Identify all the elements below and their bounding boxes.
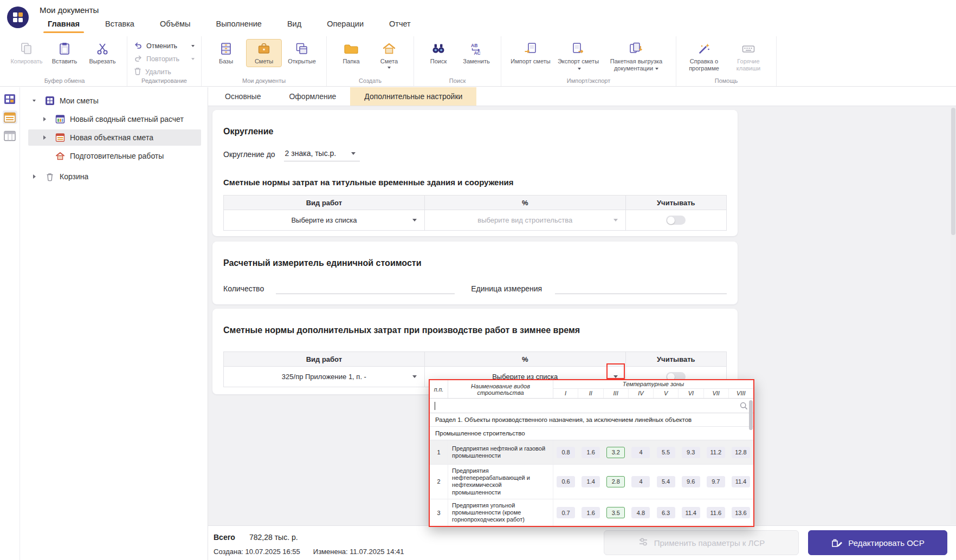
zone-cell[interactable]: 5.5 [654,440,679,464]
zone-cell[interactable]: 4 [628,440,653,464]
chevron-right-icon[interactable] [38,117,50,121]
zone-cell[interactable]: 4 [628,465,653,499]
cut-button[interactable]: Вырезать [85,39,120,67]
delete-button[interactable]: Удалить [134,67,195,77]
chevron-down-icon[interactable] [578,68,581,70]
zone-header-iii[interactable]: III [604,389,629,398]
zone-cell[interactable]: 11.2 [703,440,728,464]
replace-button[interactable]: АВАС Заменить [458,39,494,67]
menu-tab-otchet[interactable]: Отчет [389,19,411,33]
work-type-dropdown[interactable]: Выберите из списка [224,210,425,230]
zone-cell[interactable]: 4.8 [628,499,653,526]
popup-row[interactable]: 4Предприятия торфяной [430,526,753,527]
hotkeys-button[interactable]: Горячие клавиши [727,39,770,74]
popup-row[interactable]: 3Предприятия угольной промышленности (кр… [430,499,753,527]
menu-tab-operacii[interactable]: Операции [327,19,364,33]
chevron-right-icon[interactable] [38,135,50,140]
bases-button[interactable]: Базы [208,39,244,67]
zone-cell[interactable] [603,526,628,527]
zone-header-i[interactable]: I [553,389,578,398]
app-logo-icon[interactable] [7,6,29,29]
copy-button[interactable]: Копировать [9,39,44,67]
chevron-down-icon[interactable] [655,68,658,70]
zone-cell[interactable] [628,526,653,527]
chevron-down-icon[interactable] [28,100,40,102]
tree-item-object-estimate[interactable]: Новая объектная смета [28,129,201,146]
zone-header-viii[interactable]: VIII [729,389,753,398]
zone-cell[interactable]: 3.5 [603,499,628,526]
zone-cell[interactable]: 1.4 [578,465,603,499]
zone-cell[interactable] [578,526,603,527]
zone-cell[interactable]: 6.3 [654,499,679,526]
paste-button[interactable]: Вставить [47,39,82,67]
import-estimate-button[interactable]: Импорт сметы [508,39,553,67]
menu-tab-vypolnenie[interactable]: Выполнение [216,19,262,33]
tree-item-my-estimates[interactable]: Мои сметы [28,93,201,109]
popup-row[interactable]: 1Предприятия нефтяной и газовой промышле… [430,440,753,465]
zone-cell[interactable]: 0.8 [553,440,578,464]
zone-header-iv[interactable]: IV [629,389,654,398]
table-view-icon[interactable] [3,129,17,142]
search-icon[interactable] [739,401,748,411]
export-estimate-button[interactable]: Экспорт сметы [555,39,601,74]
zone-cell[interactable]: 2.8 [603,465,628,499]
zone-cell[interactable]: 1.6 [578,499,603,526]
zone-header-ii[interactable]: II [578,389,603,398]
undo-button[interactable]: Отменить [134,41,195,50]
redo-button[interactable]: Повторить [134,54,195,63]
rounding-dropdown[interactable]: 2 знака, тыс.р. [284,147,360,161]
create-folder-button[interactable]: Папка [333,39,369,67]
scrollbar-thumb[interactable] [951,108,955,235]
zone-header-vii[interactable]: VII [704,389,729,398]
zone-cell[interactable]: 11.6 [703,499,728,526]
tree-item-summary-estimate[interactable]: Новый сводный сметный расчет [28,111,201,127]
zone-cell[interactable] [654,526,679,527]
menu-tab-obyomy[interactable]: Объёмы [160,19,191,33]
estimate-view-icon[interactable] [3,110,17,124]
search-button[interactable]: Поиск [421,39,456,67]
tab-osnovnye[interactable]: Основные [211,87,275,106]
apply-parameters-button[interactable]: Применить параметры к ЛСР [604,530,799,555]
zone-cell[interactable]: 3.2 [603,440,628,464]
zone-header-v[interactable]: V [654,389,679,398]
zone-cell[interactable]: 12.8 [728,440,753,464]
zone-cell[interactable] [679,526,703,527]
zone-cell[interactable]: 11.4 [679,499,703,526]
open-documents-button[interactable]: Открытые [284,39,320,67]
zone-cell[interactable]: 0.6 [553,465,578,499]
content-scrollbar[interactable] [951,107,956,524]
zone-cell[interactable]: 13.6 [728,499,753,526]
menu-tab-vstavka[interactable]: Вставка [105,19,134,33]
chevron-down-icon[interactable] [387,67,391,69]
winter-work-type-dropdown[interactable]: 325/пр Приложение 1, п. - [224,367,425,387]
zone-cell[interactable]: 9.7 [703,465,728,499]
zone-cell[interactable]: 11.4 [728,465,753,499]
estimates-button[interactable]: Сметы [246,39,282,67]
quantity-input[interactable] [276,283,455,294]
zone-cell[interactable]: 9.6 [679,465,703,499]
popup-row[interactable]: 2Предприятия нефтеперерабатывающей и неф… [430,465,753,499]
tree-item-preparatory-works[interactable]: Подготовительные работы [28,148,201,164]
create-estimate-button[interactable]: Смета [371,39,407,71]
docs-view-icon[interactable] [3,92,17,106]
tree-item-recycle-bin[interactable]: Корзина [28,168,201,185]
chevron-down-icon[interactable] [191,45,195,47]
construction-type-dropdown[interactable]: выберите вид строительства [425,210,626,230]
edit-osr-button[interactable]: Редактировать ОСР [808,530,947,555]
tab-oformlenie[interactable]: Оформление [275,87,350,106]
zone-cell[interactable] [703,526,728,527]
batch-export-button[interactable]: Пакетная выгрузка документации [603,39,669,74]
zone-cell[interactable] [553,526,578,527]
popup-scrollbar-thumb[interactable] [749,400,753,430]
zone-cell[interactable]: 0.7 [553,499,578,526]
chevron-right-icon[interactable] [28,174,40,179]
zone-header-vi[interactable]: VI [679,389,703,398]
zone-cell[interactable] [728,526,753,527]
popup-search-input[interactable] [430,399,753,413]
zone-cell[interactable]: 9.3 [679,440,703,464]
menu-tab-vid[interactable]: Вид [287,19,301,33]
tab-additional-settings[interactable]: Дополнительные настройки [350,87,476,106]
consider-toggle[interactable] [666,216,686,225]
zone-cell[interactable]: 1.6 [578,440,603,464]
zone-cell[interactable]: 5.4 [654,465,679,499]
